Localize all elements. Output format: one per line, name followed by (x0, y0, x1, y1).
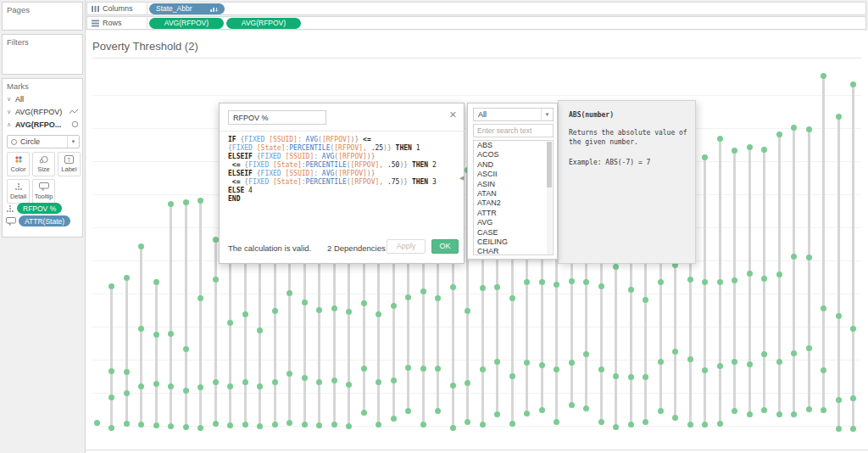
chart-dot[interactable] (331, 378, 337, 383)
chart-dot[interactable] (836, 426, 842, 432)
chart-dot[interactable] (554, 419, 559, 425)
chart-dot[interactable] (761, 351, 767, 357)
chart-dot[interactable] (420, 366, 426, 372)
chart-dot[interactable] (183, 346, 189, 352)
chart-dot[interactable] (227, 383, 233, 389)
marks-row-avg-rfpov-line[interactable]: ∨ AVG(RFPOV) (3, 105, 82, 118)
chart-dot[interactable] (732, 408, 737, 414)
rows-shelf[interactable]: Rows AVG(RFPOV) AVG(RFPOV) (86, 16, 866, 30)
tooltip-button[interactable]: Tooltip (32, 179, 55, 204)
chart-dot[interactable] (776, 271, 782, 277)
marks-row-all[interactable]: ∨ All (3, 92, 82, 105)
chart-dot[interactable] (227, 320, 233, 326)
size-button[interactable]: Size (32, 152, 55, 176)
chart-dot[interactable] (227, 422, 233, 428)
chart-dot[interactable] (821, 367, 826, 373)
chart-dot[interactable] (94, 420, 100, 426)
chart-dot[interactable] (198, 425, 203, 431)
marks-row-avg-rfpov-circle[interactable]: ∧ AVG(RFPO... (3, 118, 82, 131)
chart-dot[interactable] (435, 366, 441, 372)
chart-dot[interactable] (791, 411, 797, 417)
chart-dot[interactable] (124, 275, 130, 281)
chart-dot[interactable] (732, 148, 737, 154)
function-list-item[interactable]: AVG (474, 218, 553, 227)
chart-dot[interactable] (702, 279, 708, 285)
chart-dot[interactable] (465, 419, 470, 425)
chart-dot[interactable] (480, 366, 486, 372)
collapse-function-pane-icon[interactable]: ◀ (459, 175, 464, 182)
chart-dot[interactable] (198, 295, 203, 301)
chart-dot[interactable] (672, 415, 678, 421)
function-list-item[interactable]: ABS (474, 141, 553, 150)
chart-dot[interactable] (717, 136, 723, 142)
chart-dot[interactable] (583, 279, 589, 285)
chart-dot[interactable] (435, 295, 441, 301)
function-search-input[interactable] (473, 124, 554, 137)
chart-dot[interactable] (168, 423, 174, 429)
chart-dot[interactable] (124, 390, 130, 396)
chart-dot[interactable] (776, 131, 782, 137)
apply-button[interactable]: Apply (387, 239, 426, 254)
chart-dot[interactable] (761, 407, 767, 413)
chart-dot[interactable] (598, 283, 604, 289)
chart-dot[interactable] (138, 383, 144, 389)
chart-dot[interactable] (717, 421, 723, 427)
chart-dot[interactable] (316, 307, 322, 313)
chart-dot[interactable] (598, 366, 604, 372)
chart-dot[interactable] (747, 411, 753, 417)
chart-dot[interactable] (272, 422, 278, 428)
chart-dot[interactable] (836, 313, 842, 319)
chart-dot[interactable] (465, 380, 470, 386)
chart-dot[interactable] (316, 422, 322, 428)
chart-dot[interactable] (791, 125, 797, 131)
chart-dot[interactable] (346, 423, 352, 429)
chart-dot[interactable] (257, 383, 263, 389)
chart-dot[interactable] (658, 359, 664, 365)
chart-dot[interactable] (242, 422, 248, 428)
ok-button[interactable]: OK (431, 239, 459, 254)
chart-dot[interactable] (183, 388, 189, 394)
chart-dot[interactable] (583, 405, 589, 411)
function-list-item[interactable]: ATTR (474, 209, 553, 218)
chart-dot[interactable] (450, 425, 456, 431)
chart-dot[interactable] (391, 303, 397, 309)
chart-dot[interactable] (569, 278, 575, 284)
chart-dot[interactable] (183, 199, 189, 205)
chart-dot[interactable] (420, 422, 426, 428)
chart-dot[interactable] (435, 408, 441, 414)
chart-dot[interactable] (124, 369, 130, 375)
chart-dot[interactable] (806, 345, 812, 351)
chart-dot[interactable] (213, 421, 219, 427)
chart-dot[interactable] (658, 279, 664, 285)
chart-dot[interactable] (717, 279, 723, 285)
chart-dot[interactable] (732, 277, 737, 283)
chart-dot[interactable] (391, 416, 397, 422)
chart-dot[interactable] (480, 422, 486, 428)
chart-dot[interactable] (376, 311, 381, 317)
chart-dot[interactable] (287, 371, 292, 377)
chart-dot[interactable] (509, 421, 515, 427)
chart-dot[interactable] (628, 287, 634, 293)
filters-shelf[interactable]: Filters (2, 34, 83, 75)
function-list-item[interactable]: ASCII (474, 170, 553, 179)
chart-dot[interactable] (420, 288, 426, 294)
chart-dot[interactable] (850, 81, 856, 87)
chart-dot[interactable] (791, 350, 797, 356)
chart-dot[interactable] (213, 379, 219, 385)
pill-avg-rfpov-2[interactable]: AVG(RFPOV) (226, 18, 301, 29)
chart-dot[interactable] (850, 426, 856, 432)
chart-dot[interactable] (287, 290, 292, 296)
chart-dot[interactable] (658, 408, 664, 414)
chart-dot[interactable] (643, 374, 648, 380)
function-list-item[interactable]: ACOS (474, 150, 553, 159)
chart-dot[interactable] (850, 326, 856, 332)
chart-dot[interactable] (213, 237, 219, 243)
chart-dot[interactable] (806, 406, 812, 412)
chart-dot[interactable] (806, 254, 812, 260)
function-list-item[interactable]: ATAN (474, 189, 553, 199)
chart-dot[interactable] (302, 422, 308, 428)
chart-dot[interactable] (850, 395, 856, 401)
chart-dot[interactable] (108, 368, 114, 374)
chart-dot[interactable] (643, 297, 648, 303)
function-list-item[interactable]: ASIN (474, 180, 553, 189)
